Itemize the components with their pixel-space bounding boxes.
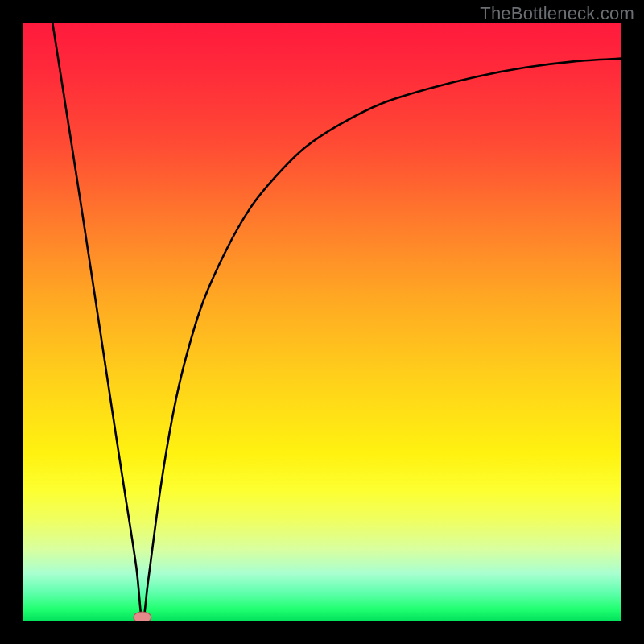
minimum-marker [134,612,151,621]
chart-frame: TheBottleneck.com [0,0,644,644]
curve-svg [23,23,621,621]
watermark-text: TheBottleneck.com [480,3,634,24]
bottleneck-curve [52,23,621,621]
plot-area [23,23,621,621]
